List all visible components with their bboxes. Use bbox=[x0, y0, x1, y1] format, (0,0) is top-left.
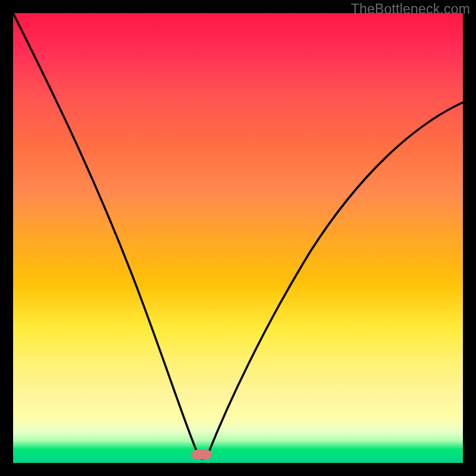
chart-plot-area bbox=[13, 13, 463, 463]
bottleneck-curve bbox=[13, 13, 463, 463]
optimal-marker bbox=[192, 450, 212, 459]
curve-path bbox=[13, 13, 463, 459]
